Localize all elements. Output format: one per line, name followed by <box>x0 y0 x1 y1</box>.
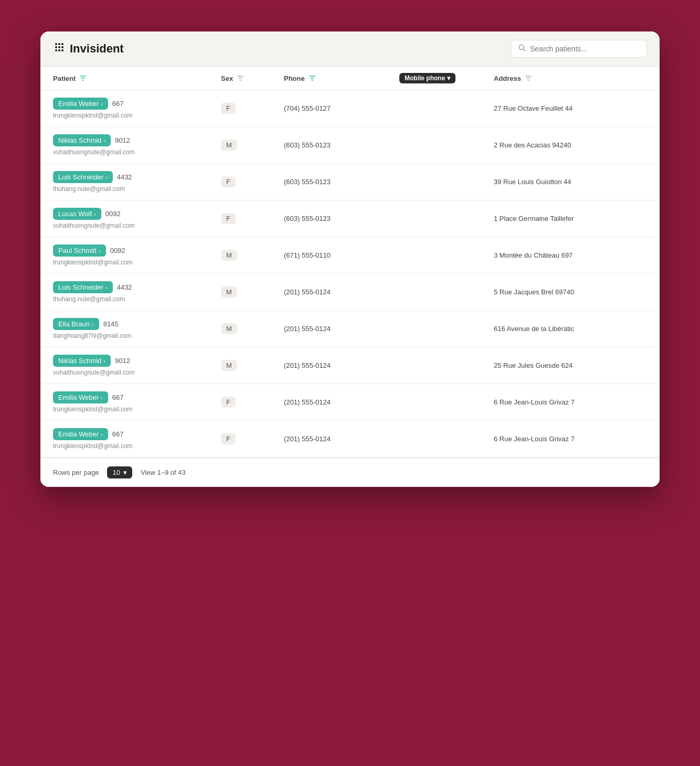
sex-badge: M <box>221 140 237 151</box>
svg-point-3 <box>55 46 57 48</box>
patient-badge[interactable]: Luis Schneider › <box>53 281 113 293</box>
table-row: Emilia Weber › 667 trungkienspktnd@gmail… <box>40 90 660 127</box>
col-patient-label: Patient <box>53 75 76 82</box>
sex-cell: M <box>221 323 284 334</box>
svg-point-5 <box>61 46 63 48</box>
patient-cell: Luis Schneider › 4432 thuhang.nute@gmail… <box>53 171 221 193</box>
patient-name-row: Ella Braun › 8145 <box>53 318 221 330</box>
table-row: Niklas Schmid › 9012 vuhaithuongnute@gma… <box>40 347 660 384</box>
address-cell: 25 Rue Jules Guesde 624 <box>494 361 647 369</box>
patient-email: trungkienspktnd@gmail.com <box>53 406 221 413</box>
sex-badge: M <box>221 360 237 371</box>
col-sex-label: Sex <box>221 75 233 82</box>
address-cell: 616 Avenue de la Libératic <box>494 325 647 333</box>
patient-filter-icon[interactable] <box>79 74 87 82</box>
patient-name-row: Emilia Weber › 667 <box>53 391 221 403</box>
patient-cell: Lucas Wolf › 0092 vuhaithuongnute@gmail.… <box>53 208 221 229</box>
table-row: Niklas Schmid › 9012 vuhaithuongnute@gma… <box>40 127 660 164</box>
svg-point-0 <box>55 43 57 45</box>
table-row: Emilia Weber › 667 trungkienspktnd@gmail… <box>40 421 660 458</box>
patient-badge[interactable]: Luis Schneider › <box>53 171 113 183</box>
patient-chevron-icon: › <box>105 284 108 291</box>
col-header-phone: Phone <box>284 73 399 83</box>
address-cell: 27 Rue Octave Feuillet 44 <box>494 104 647 112</box>
rows-per-page-value: 10 <box>112 469 120 476</box>
patient-cell: Emilia Weber › 667 trungkienspktnd@gmail… <box>53 428 221 450</box>
rows-per-page-select[interactable]: 10 ▾ <box>107 466 132 478</box>
patient-cell: Niklas Schmid › 9012 vuhaithuongnute@gma… <box>53 355 221 376</box>
search-icon <box>518 44 526 54</box>
patient-name-row: Luis Schneider › 4432 <box>53 281 221 293</box>
address-cell: 6 Rue Jean-Louis Grivaz 7 <box>494 435 647 443</box>
patient-chevron-icon: › <box>101 431 103 438</box>
patient-chevron-icon: › <box>101 395 103 401</box>
patient-name-row: Emilia Weber › 667 <box>53 98 221 110</box>
phone-cell: (704) 555-0127 <box>284 104 399 112</box>
patient-email: trungkienspktnd@gmail.com <box>53 442 221 450</box>
patient-chevron-icon: › <box>99 248 101 254</box>
phone-cell: (201) 555-0124 <box>284 361 399 369</box>
patient-badge[interactable]: Ella Braun › <box>53 318 99 330</box>
table-row: Luis Schneider › 4432 thuhang.nute@gmail… <box>40 164 660 200</box>
phone-cell: (603) 555-0123 <box>284 141 399 149</box>
col-header-mobile[interactable]: Mobile phone ▾ <box>399 73 494 83</box>
col-header-address: Address <box>494 73 647 83</box>
address-cell: 2 Rue des Acacias 94240 <box>494 141 647 149</box>
table-header: Patient Sex Phone <box>40 67 660 90</box>
patient-id: 667 <box>112 430 124 438</box>
col-header-patient: Patient <box>53 73 221 83</box>
svg-point-2 <box>61 43 63 45</box>
search-bar[interactable] <box>511 40 647 58</box>
patient-badge[interactable]: Emilia Weber › <box>53 391 108 403</box>
patient-id: 4432 <box>117 283 132 291</box>
patient-badge[interactable]: Emilia Weber › <box>53 98 108 110</box>
sex-cell: M <box>221 250 284 261</box>
table-row: Luis Schneider › 4432 thuhang.nute@gmail… <box>40 274 660 311</box>
sex-badge: M <box>221 323 237 334</box>
search-input[interactable] <box>530 45 639 53</box>
sex-cell: F <box>221 176 284 187</box>
col-header-sex: Sex <box>221 73 284 83</box>
address-cell: 39 Rue Louis Guiotton 44 <box>494 178 647 186</box>
svg-line-10 <box>524 49 526 51</box>
patient-email: thuhang.nute@gmail.com <box>53 295 221 303</box>
table-container: Patient Sex Phone <box>40 67 660 487</box>
patient-name-row: Emilia Weber › 667 <box>53 428 221 440</box>
sex-cell: M <box>221 360 284 371</box>
patient-badge[interactable]: Niklas Schmid › <box>53 134 111 146</box>
sex-cell: F <box>221 103 284 114</box>
phone-cell: (201) 555-0124 <box>284 288 399 296</box>
patient-badge[interactable]: Paul Schmitt › <box>53 244 106 257</box>
patient-chevron-icon: › <box>92 321 94 327</box>
table-rows: Emilia Weber › 667 trungkienspktnd@gmail… <box>40 90 660 458</box>
patient-id: 9012 <box>115 357 130 365</box>
app-title: Invisident <box>70 42 124 56</box>
sex-badge: F <box>221 103 236 114</box>
svg-point-6 <box>55 49 57 51</box>
table-row: Ella Braun › 8145 danghoang87hl@gmail.co… <box>40 311 660 347</box>
patient-id: 0092 <box>110 247 125 254</box>
sex-cell: M <box>221 286 284 297</box>
patient-email: vuhaithuongnute@gmail.com <box>53 148 221 156</box>
phone-filter-icon[interactable] <box>308 74 316 82</box>
patient-email: thuhang.nute@gmail.com <box>53 185 221 193</box>
col-address-label: Address <box>494 75 521 82</box>
patient-id: 8145 <box>103 320 119 328</box>
patient-badge[interactable]: Emilia Weber › <box>53 428 108 440</box>
patient-badge[interactable]: Niklas Schmid › <box>53 355 111 367</box>
patient-id: 9012 <box>115 136 130 144</box>
sex-badge: F <box>221 213 236 224</box>
mobile-phone-badge[interactable]: Mobile phone ▾ <box>399 73 455 83</box>
address-filter-icon[interactable] <box>524 74 533 82</box>
chevron-down-icon: ▾ <box>447 75 450 82</box>
sex-filter-icon[interactable] <box>236 74 245 82</box>
address-cell: 6 Rue Jean-Louis Grivaz 7 <box>494 398 647 406</box>
svg-point-7 <box>58 49 60 51</box>
patient-cell: Ella Braun › 8145 danghoang87hl@gmail.co… <box>53 318 221 339</box>
patient-cell: Emilia Weber › 667 trungkienspktnd@gmail… <box>53 98 221 119</box>
sex-badge: F <box>221 176 236 187</box>
address-cell: 3 Montée du Château 697 <box>494 251 647 259</box>
svg-point-4 <box>58 46 60 48</box>
patient-cell: Niklas Schmid › 9012 vuhaithuongnute@gma… <box>53 134 221 156</box>
patient-badge[interactable]: Lucas Wolf › <box>53 208 101 220</box>
